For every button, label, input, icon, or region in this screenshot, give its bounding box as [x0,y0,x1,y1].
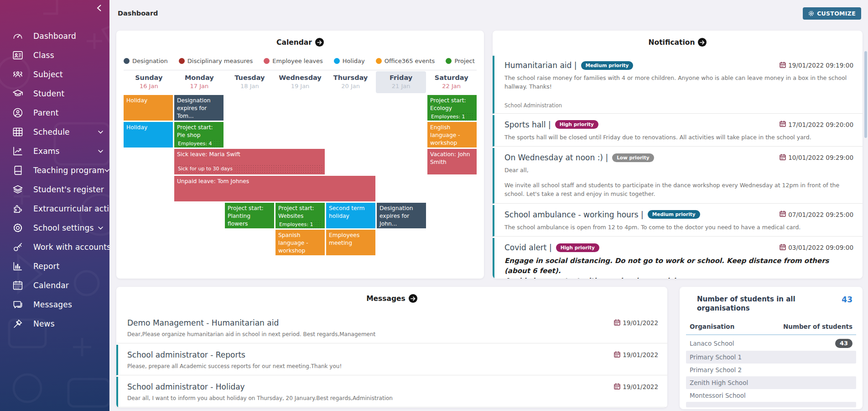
sidebar-collapse-button[interactable] [94,4,104,14]
calendar-date-icon [780,121,786,128]
calendar-event[interactable]: Designation expires for John... [377,203,426,228]
customize-label: CUSTOMIZE [817,10,856,17]
messages-list: Demo Management - Humanitarian aid 19/01… [116,313,667,407]
class-icon [12,49,24,62]
calendar-event[interactable]: Designation expires for Tom... [174,95,223,121]
table-row[interactable]: Primary School 2 [686,364,856,376]
day-header-cell: Sunday 16 Jan [124,71,174,93]
calendar-event[interactable]: Vacation: John Smith [427,149,477,174]
legend-dot-icon [376,58,382,64]
calendar-event[interactable]: Spanish language - workshop [275,230,325,255]
notification-item[interactable]: School ambulance - working hours | Mediu… [493,205,863,237]
calendar-event[interactable]: Project start: Ecology Employees: 1 [427,95,477,121]
message-item[interactable]: Demo Management - Humanitarian aid 19/01… [116,313,667,343]
calendar-event[interactable]: Sick leave: Maria Swift Sick for up to 3… [174,149,325,174]
calendar-event[interactable]: Second term holiday [326,203,375,228]
sidebar-item-dashboard[interactable]: Dashboard [0,26,109,46]
work-with-accounts-icon [12,241,24,253]
school-settings-icon [12,222,24,234]
calendar-event[interactable]: Employees meeting [326,230,375,255]
legend-item: Office365 events [376,58,435,64]
sidebar-item-extracurricular[interactable]: Extracurricular activ... [0,199,109,218]
calendar-event[interactable]: Holiday [124,95,173,121]
customize-button[interactable]: CUSTOMIZE [803,7,861,20]
calendar-day-header: Sunday 16 Jan Monday 17 Jan Tuesday 18 J… [124,71,477,93]
notification-item[interactable]: Covid alert | High priority 03/01/2022 0… [493,238,863,279]
priority-badge: High priority [555,120,598,129]
sidebar-item-calendar[interactable]: Calendar [0,276,109,295]
parent-icon [12,107,24,119]
chevron-down-icon [98,227,103,230]
calendar-open-arrow-icon[interactable] [315,38,324,47]
legend-dot-icon [264,58,270,64]
sidebar-item-class[interactable]: Class [0,46,109,65]
sidebar-item-messages[interactable]: Messages [0,295,109,314]
column-header-organisation: Organisation [690,323,734,330]
messages-widget: Messages Demo Management - Humanitarian … [116,287,667,408]
chevron-down-icon [98,150,103,153]
notification-item[interactable]: On Wednesday at noon :) | Low priority 1… [493,148,863,203]
sidebar-item-news[interactable]: News [0,314,109,333]
dashboard-icon [12,30,24,42]
priority-badge: Medium priority [648,210,700,219]
calendar-event[interactable]: English language - workshop [427,122,477,148]
notification-list: Humanitarian aid | Medium priority 19/01… [493,56,863,279]
student-icon [12,88,24,100]
day-header-cell: Saturday 22 Jan [426,71,477,93]
sidebar-item-school-settings[interactable]: School settings [0,218,109,237]
sidebar-item-exams[interactable]: Exams [0,142,109,161]
calendar-event[interactable]: Holiday [124,122,173,148]
table-row[interactable]: Primary School 1 [686,351,856,364]
page-title: Dashboard [118,10,158,17]
calendar-widget-title: Calendar [276,38,312,47]
sidebar-item-schedule[interactable]: Schedule [0,122,109,142]
legend-dot-icon [446,58,452,64]
message-item[interactable]: School administrator - Reports 19/01/202… [116,345,667,375]
priority-badge: Medium priority [581,61,634,70]
calendar-date-icon [614,383,620,391]
calendar-widget: Calendar Designation Disciplinary measur… [116,31,484,279]
chevron-down-icon [104,169,109,172]
chevron-down-icon [98,131,103,134]
messages-open-arrow-icon[interactable] [409,294,417,303]
notification-widget-title: Notification [649,38,695,47]
sidebar-item-students-register[interactable]: Student's register [0,180,109,199]
students-total-count: 43 [842,295,854,304]
sidebar-item-work-with-accounts[interactable]: Work with accounts [0,237,109,257]
message-item[interactable]: School administrator - Holiday 19/01/202… [116,377,667,407]
calendar-icon [12,279,24,292]
calendar-event[interactable]: Project start: Pie shop Employees: 4 [174,122,223,148]
sidebar-menu: DashboardClassSubjectStudentParentSchedu… [0,26,109,333]
sidebar-item-subject[interactable]: Subject [0,65,109,84]
calendar-legend: Designation Disciplinary measures Employ… [124,58,477,70]
priority-badge: Low priority [612,153,654,162]
teaching-program-icon [12,164,24,177]
schedule-icon [12,126,24,138]
subject-icon [12,68,24,81]
sidebar: DashboardClassSubjectStudentParentSchedu… [0,0,109,411]
calendar-event[interactable]: Unpaid leave: Tom Johnes [174,176,375,201]
table-row[interactable]: Montessori School [686,389,856,402]
sidebar-item-parent[interactable]: Parent [0,103,109,122]
calendar-date-icon [780,154,786,162]
news-icon [12,318,24,330]
notification-open-arrow-icon[interactable] [698,38,707,47]
students-register-icon [12,184,24,196]
notification-item[interactable]: Humanitarian aid | Medium priority 19/01… [493,56,863,114]
table-row[interactable]: Lanaco School 43 [686,336,856,351]
priority-badge: High priority [556,243,599,252]
calendar-event[interactable]: Project start: Websites Employees: 1 [275,203,325,228]
legend-dot-icon [124,58,130,64]
sidebar-item-student[interactable]: Student [0,84,109,103]
legend-dot-icon [334,58,340,64]
table-row[interactable]: Zenith High School [686,376,856,389]
calendar-date-icon [780,62,786,69]
day-header-cell: Friday 21 Jan [376,71,426,93]
sidebar-item-teaching-program[interactable]: Teaching program [0,161,109,180]
calendar-grid: Holiday Designation expires for Tom... P… [124,95,477,255]
day-header-cell: Monday 17 Jan [174,71,225,93]
scrollbar-thumb[interactable] [864,51,867,138]
notification-item[interactable]: Sports hall | High priority 17/01/2022 0… [493,115,863,147]
calendar-event[interactable]: Project start: Planting flowers Employee… [225,203,274,228]
sidebar-item-report[interactable]: Report [0,257,109,276]
